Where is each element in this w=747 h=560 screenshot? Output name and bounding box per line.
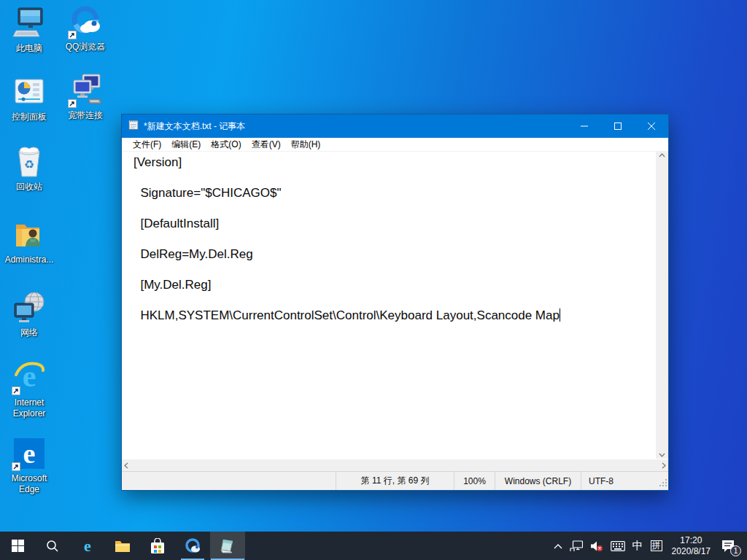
windows-logo-icon [12, 540, 24, 552]
svg-text:♻: ♻ [24, 158, 34, 171]
network-icon [12, 290, 47, 325]
shortcut-arrow-icon [68, 99, 77, 108]
internet-explorer-icon: e [12, 360, 47, 395]
tray-ime-mode[interactable]: 中 [629, 532, 647, 560]
search-button[interactable] [35, 532, 70, 560]
this-pc-icon [12, 6, 47, 41]
volume-muted-icon [590, 540, 603, 552]
desktop-icon-admin-folder[interactable]: Administra... [1, 217, 58, 265]
svg-text:e: e [84, 537, 91, 555]
status-spacer [122, 472, 336, 490]
scroll-left-icon [124, 462, 128, 469]
desktop-icon-label: 宽带连接 [68, 110, 103, 121]
menu-help[interactable]: 帮助(H) [286, 139, 326, 151]
control-panel-icon [12, 74, 47, 109]
desktop-icon-this-pc[interactable]: 此电脑 [1, 6, 58, 54]
chevron-up-icon [554, 543, 562, 549]
clock-date: 2020/8/17 [672, 546, 711, 557]
tray-show-hidden-icons[interactable] [550, 532, 566, 560]
qq-browser-icon [184, 537, 201, 555]
recycle-bin-icon: ♻ [12, 144, 47, 179]
scroll-up-icon [659, 153, 665, 158]
tray-ime-scheme[interactable]: 拼 [647, 532, 666, 560]
tray-volume-muted[interactable] [587, 532, 607, 560]
resize-grip[interactable] [659, 478, 667, 489]
status-zoom-level: 100% [454, 472, 495, 490]
clock-time: 17:20 [680, 535, 702, 546]
qq-browser-icon [68, 4, 103, 39]
taskbar-file-explorer-button[interactable] [105, 532, 140, 560]
shortcut-arrow-icon [12, 462, 20, 471]
desktop-icon-qq-browser[interactable]: QQ浏览器 [57, 4, 114, 52]
svg-text:e: e [23, 438, 36, 469]
scroll-right-icon [662, 462, 666, 469]
desktop-icon-broadband[interactable]: 宽带连接 [57, 73, 114, 121]
start-button[interactable] [0, 532, 35, 560]
action-center-button[interactable]: 1 [716, 532, 743, 560]
broadband-icon [68, 73, 103, 108]
file-explorer-icon [115, 538, 131, 554]
desktop-icon-label: 控制面板 [12, 112, 47, 122]
desktop-icon-internet-explorer[interactable]: e Internet Explorer [1, 360, 58, 419]
desktop-icon-label: Microsoft Edge [1, 473, 58, 495]
horizontal-scrollbar[interactable] [122, 459, 668, 471]
text-editor-area[interactable]: [Version] Signature="$CHICAGO$" [Default… [122, 152, 656, 459]
close-button[interactable] [635, 114, 668, 138]
taskbar: e [0, 532, 747, 560]
notification-badge: 1 [730, 545, 741, 556]
microsoft-edge-icon: e [12, 436, 47, 471]
microsoft-store-icon [150, 538, 165, 554]
user-folder-icon [12, 217, 47, 252]
desktop-icon-label: Internet Explorer [1, 397, 58, 419]
notepad-icon [219, 537, 236, 555]
shortcut-arrow-icon [68, 31, 77, 39]
tray-network[interactable] [566, 532, 587, 560]
edge-icon: e [79, 537, 96, 555]
document-text: [Version] Signature="$CHICAGO$" [Default… [133, 155, 560, 322]
network-icon [570, 540, 583, 552]
desktop-icon-label: QQ浏览器 [66, 42, 106, 52]
desktop-icon-label: 此电脑 [16, 43, 42, 54]
notepad-titlebar[interactable]: *新建文本文档.txt - 记事本 [122, 114, 668, 138]
desktop-icon-control-panel[interactable]: 控制面板 [1, 74, 58, 122]
tray-touch-keyboard[interactable] [607, 532, 629, 560]
desktop-icon-label: 网络 [20, 327, 38, 338]
desktop-icon-recycle-bin[interactable]: ♻ 回收站 [1, 144, 58, 192]
notepad-window: *新建文本文档.txt - 记事本 文件(F) 编辑(E) 格式(O) 查看(V… [121, 114, 669, 491]
status-line-ending: Windows (CRLF) [495, 472, 581, 490]
menu-file[interactable]: 文件(F) [128, 139, 166, 151]
taskbar-edge-button[interactable]: e [70, 532, 105, 560]
notepad-menubar: 文件(F) 编辑(E) 格式(O) 查看(V) 帮助(H) [122, 138, 668, 152]
menu-format[interactable]: 格式(O) [206, 139, 246, 151]
taskbar-notepad-button[interactable] [210, 532, 245, 560]
shortcut-arrow-icon [12, 386, 20, 395]
vertical-scrollbar[interactable] [656, 152, 668, 459]
notepad-app-icon [128, 119, 139, 133]
desktop-icon-label: 回收站 [16, 182, 42, 192]
desktop-icon-label: Administra... [5, 254, 54, 265]
keyboard-icon [611, 541, 625, 551]
window-title: *新建文本文档.txt - 记事本 [144, 120, 568, 133]
taskbar-qq-browser-button[interactable] [175, 532, 210, 560]
scroll-down-icon [659, 453, 665, 457]
status-encoding: UTF-8 [581, 472, 668, 490]
desktop-icon-network[interactable]: 网络 [1, 290, 58, 338]
menu-view[interactable]: 查看(V) [247, 139, 286, 151]
notepad-statusbar: 第 11 行, 第 69 列 100% Windows (CRLF) UTF-8 [122, 471, 668, 490]
status-cursor-position: 第 11 行, 第 69 列 [336, 472, 454, 490]
text-caret [560, 308, 560, 322]
menu-edit[interactable]: 编辑(E) [166, 139, 206, 151]
maximize-button[interactable] [601, 114, 635, 138]
taskbar-store-button[interactable] [140, 532, 175, 560]
minimize-button[interactable] [568, 114, 601, 138]
desktop-icon-microsoft-edge[interactable]: e Microsoft Edge [1, 436, 58, 495]
search-icon [46, 540, 59, 553]
tray-clock[interactable]: 17:20 2020/8/17 [666, 535, 716, 557]
